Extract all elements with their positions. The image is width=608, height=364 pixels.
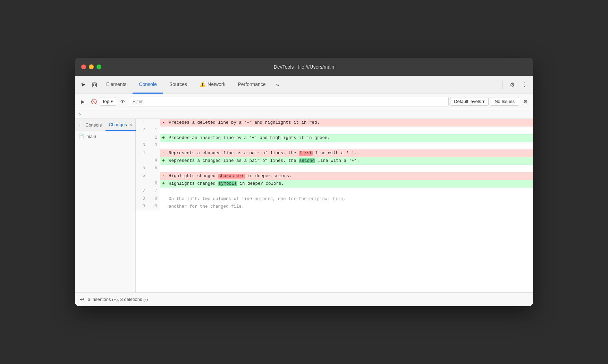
new-line-num [148,149,160,157]
tab-changes-panel[interactable]: Changes ✕ [105,119,136,131]
file-item-main[interactable]: 📄 main [75,131,135,141]
tab-console[interactable]: Console [133,76,163,94]
main-content: ⋮ Console Changes ✕ ✕ 📄 main 1-Precedes … [75,119,533,292]
diff-text: On the left, two columns of line numbers… [167,195,533,203]
separator [502,81,503,89]
footer-summary: 3 insertions (+), 3 deletions (-) [88,297,148,302]
run-script-icon[interactable]: ▶ [78,97,87,106]
cursor-icon[interactable] [78,79,89,90]
file-icon: 📄 [78,133,84,139]
log-levels-dropdown[interactable]: Default levels ▾ [450,97,489,106]
window-title: DevTools - file:///Users/main [274,64,334,70]
diff-marker [160,142,167,149]
tab-elements[interactable]: Elements [100,76,133,94]
tab-performance[interactable]: Performance [231,76,272,94]
diff-marker [160,188,167,195]
diff-line: 55 [136,165,533,172]
line-numbers: 1 [136,119,160,127]
window-controls [81,64,101,69]
undo-icon[interactable]: ↩ [80,296,84,303]
no-issues-button[interactable]: No Issues [490,97,519,106]
old-line-num: 1 [136,119,148,127]
panel-menu-icon[interactable]: ⋮ [76,121,82,129]
highlight-del: characters [218,174,245,179]
clear-console-icon[interactable]: 🚫 [89,97,99,106]
old-line-num [136,180,148,188]
diff-text [167,142,533,149]
more-tabs-button[interactable]: » [272,79,283,90]
line-numbers: 4 [136,157,160,165]
close-button[interactable] [81,64,86,69]
devtools-window: DevTools - file:///Users/main Elements C… [75,58,533,306]
line-numbers: 6 [136,180,160,188]
diff-line: 4+Represents a changed line as a pair of… [136,157,533,165]
file-name: main [86,134,96,139]
minimize-button[interactable] [89,64,94,69]
old-line-num: 3 [136,142,148,149]
line-numbers: 2 [136,134,160,142]
console-settings-icon[interactable]: ⚙ [521,97,530,106]
main-toolbar: Elements Console Sources ⚠️ Network Perf… [75,76,533,94]
line-numbers: 55 [136,165,160,172]
diff-marker: + [160,180,167,188]
diff-line: 6+Highlights changed symbols in deeper c… [136,180,533,188]
new-line-num: 3 [148,142,160,149]
new-line-num: 2 [148,134,160,142]
diff-line: 21 [136,127,533,134]
svg-rect-1 [93,84,95,86]
diff-line: 6-Highlights changed characters in deepe… [136,172,533,180]
maximize-button[interactable] [96,64,101,69]
settings-icon[interactable]: ⚙ [507,79,518,90]
old-line-num: 2 [136,127,148,134]
panel-tabs: ⋮ Console Changes ✕ ✕ [75,119,135,131]
old-line-num: 6 [136,172,148,180]
diff-line: 88On the left, two columns of line numbe… [136,195,533,203]
line-numbers: 33 [136,142,160,149]
breadcrumb-arrow-icon: › [79,111,81,117]
diff-text: Represents a changed line as a pair of l… [167,157,533,165]
network-warning-icon: ⚠️ [200,81,205,87]
diff-text [167,127,533,134]
tab-sources[interactable]: Sources [163,76,193,94]
diff-text: Highlights changed characters in deeper … [167,172,533,180]
line-numbers: 88 [136,195,160,203]
new-line-num [148,119,160,127]
new-line-num: 4 [148,157,160,165]
new-line-num [148,172,160,180]
diff-marker: - [160,119,167,127]
diff-text: Precedes a deleted line by a '-' and hig… [167,119,533,127]
context-dropdown[interactable]: top ▾ [100,97,116,106]
diff-viewer: 1-Precedes a deleted line by a '-' and h… [136,119,533,292]
live-expression-icon[interactable]: 👁 [118,97,127,106]
highlight-ins: symbols [218,181,237,186]
left-sidebar: ⋮ Console Changes ✕ ✕ 📄 main [75,119,136,292]
diff-text: another for the changed file. [167,203,533,210]
diff-marker: + [160,157,167,165]
diff-marker: + [160,134,167,142]
line-numbers: 77 [136,188,160,195]
tab-network[interactable]: ⚠️ Network [193,76,231,94]
diff-marker [160,127,167,134]
diff-marker [160,165,167,172]
line-numbers: 6 [136,172,160,180]
highlight-ins: second [299,158,315,163]
line-numbers: 4 [136,149,160,157]
diff-marker [160,195,167,203]
diff-text: Represents a changed line as a pair of l… [167,149,533,157]
main-tabs: Elements Console Sources ⚠️ Network Perf… [100,76,499,94]
footer: ↩ 3 insertions (+), 3 deletions (-) [75,292,533,306]
inspect-icon[interactable] [89,79,100,90]
menu-icon[interactable]: ⋮ [519,79,530,90]
new-line-num: 7 [148,188,160,195]
close-changes-tab-icon[interactable]: ✕ [129,122,133,127]
old-line-num: 4 [136,149,148,157]
old-line-num: 9 [136,203,148,210]
old-line-num: 7 [136,188,148,195]
svg-rect-0 [92,83,96,87]
diff-text [167,165,533,172]
filter-input[interactable] [129,97,449,106]
log-levels-label: Default levels [454,99,481,104]
diff-marker [160,203,167,210]
tab-console-panel[interactable]: Console [82,119,105,131]
old-line-num [136,157,148,165]
